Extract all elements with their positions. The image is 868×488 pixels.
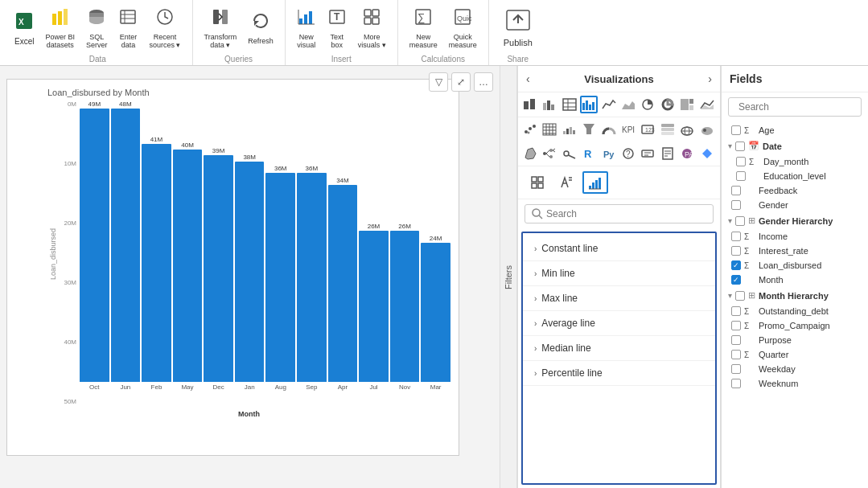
excel-button[interactable]: X Excel bbox=[10, 8, 39, 49]
viz-icon-area-chart[interactable] bbox=[619, 96, 637, 113]
field-checkbox[interactable] bbox=[731, 350, 741, 359]
percentile-line-option[interactable]: › Percentile line bbox=[523, 361, 715, 386]
recent-sources-button[interactable]: Recentsources ▾ bbox=[144, 4, 185, 52]
field-group-header[interactable]: ▾⊞Month Hierarchy bbox=[722, 287, 868, 304]
field-checkbox[interactable] bbox=[736, 157, 746, 166]
field-checkbox[interactable] bbox=[731, 306, 741, 316]
powerbi-datasets-button[interactable]: Power BIdatasets bbox=[40, 4, 80, 52]
field-group-header[interactable]: ▾📅Date bbox=[722, 137, 868, 154]
viz-icon-card[interactable]: 123 bbox=[639, 121, 656, 138]
field-checkbox[interactable] bbox=[731, 246, 741, 256]
field-checkbox[interactable] bbox=[731, 200, 741, 210]
average-line-option[interactable]: › Average line bbox=[523, 311, 715, 336]
bars-container[interactable]: 49MOct48MJun41MFeb40MMay39MDec38MJan36MA… bbox=[80, 100, 450, 405]
field-checkbox[interactable] bbox=[731, 232, 741, 241]
viz-icon-funnel[interactable] bbox=[580, 121, 598, 138]
median-line-option[interactable]: › Median line bbox=[523, 336, 715, 361]
viz-icon-line-chart[interactable] bbox=[600, 96, 618, 113]
viz-search-input[interactable] bbox=[546, 208, 706, 219]
transform-data-button[interactable]: Transformdata ▾ bbox=[200, 4, 242, 52]
viz-fields-button[interactable] bbox=[525, 171, 550, 194]
bar[interactable] bbox=[390, 231, 420, 382]
filter-chart-button[interactable]: ▽ bbox=[429, 72, 448, 92]
field-item[interactable]: ΣIncome bbox=[722, 229, 868, 244]
bar[interactable] bbox=[173, 150, 203, 382]
viz-back-arrow[interactable]: ‹ bbox=[526, 72, 530, 85]
bar[interactable] bbox=[297, 173, 327, 382]
fields-search-input[interactable] bbox=[738, 101, 859, 113]
field-item[interactable]: Feedback bbox=[722, 183, 868, 198]
viz-icon-qa[interactable]: ? bbox=[619, 145, 637, 162]
field-checkbox[interactable] bbox=[735, 291, 745, 301]
viz-icon-multirow-card[interactable] bbox=[659, 121, 677, 138]
viz-icon-power-automate[interactable] bbox=[698, 145, 716, 162]
bar-column[interactable]: 49MOct bbox=[80, 100, 109, 391]
new-measure-button[interactable]: ∑ Newmeasure bbox=[405, 4, 442, 52]
field-item[interactable]: ΣPromo_Campaign bbox=[722, 318, 868, 333]
bar-column[interactable]: 36MSep bbox=[297, 100, 327, 391]
viz-icon-waterfall[interactable] bbox=[561, 121, 578, 138]
viz-forward-arrow[interactable]: › bbox=[708, 72, 712, 85]
field-item[interactable]: ΣAge bbox=[722, 123, 868, 137]
bar[interactable] bbox=[80, 109, 109, 382]
field-item[interactable]: ✓Month bbox=[722, 273, 868, 287]
bar-column[interactable]: 34MApr bbox=[328, 100, 358, 391]
field-item[interactable]: ΣQuarter bbox=[722, 347, 868, 362]
more-visuals-button[interactable]: Morevisuals ▾ bbox=[353, 4, 391, 52]
enter-data-button[interactable]: Enterdata bbox=[113, 4, 142, 52]
bar[interactable] bbox=[111, 109, 141, 382]
viz-icon-filled-map[interactable] bbox=[698, 121, 716, 138]
viz-icon-kpi[interactable]: KPI bbox=[619, 121, 637, 138]
field-checkbox[interactable] bbox=[731, 125, 741, 135]
bar[interactable] bbox=[421, 243, 450, 382]
viz-icon-line-area[interactable] bbox=[698, 96, 716, 113]
new-visual-button[interactable]: Newvisual bbox=[292, 4, 321, 52]
bar-column[interactable]: 24MMar bbox=[421, 100, 450, 391]
viz-icon-smart-narrative[interactable] bbox=[639, 145, 656, 162]
field-item[interactable]: Gender bbox=[722, 198, 868, 212]
bar-column[interactable]: 26MJul bbox=[359, 100, 389, 391]
field-checkbox[interactable] bbox=[731, 335, 741, 345]
viz-icon-shape-map[interactable] bbox=[521, 145, 539, 162]
viz-icon-key-influencers[interactable] bbox=[561, 145, 578, 162]
field-item[interactable]: ΣOutstanding_debt bbox=[722, 304, 868, 318]
viz-icon-paginated-report[interactable] bbox=[659, 145, 677, 162]
field-item[interactable]: Weekday bbox=[722, 362, 868, 376]
field-item[interactable]: Purpose bbox=[722, 333, 868, 347]
viz-icon-scatter[interactable] bbox=[521, 121, 539, 138]
bar[interactable] bbox=[359, 231, 389, 382]
min-line-option[interactable]: › Min line bbox=[523, 261, 715, 286]
field-checkbox[interactable] bbox=[735, 141, 745, 151]
field-checkbox[interactable] bbox=[731, 321, 741, 330]
field-checkbox[interactable] bbox=[735, 216, 745, 226]
viz-icon-decomp-tree[interactable] bbox=[541, 145, 558, 162]
bar-column[interactable]: 26MNov bbox=[390, 100, 420, 391]
viz-icon-python-visual[interactable]: Py bbox=[600, 145, 618, 162]
max-line-option[interactable]: › Max line bbox=[523, 286, 715, 311]
more-options-button[interactable]: … bbox=[474, 72, 493, 92]
fields-search-box[interactable] bbox=[728, 97, 862, 117]
publish-button[interactable]: Publish bbox=[496, 6, 541, 51]
field-group-header[interactable]: ▾⊞Gender Hierarchy bbox=[722, 212, 868, 229]
viz-icon-donut[interactable] bbox=[659, 96, 677, 113]
filters-panel[interactable]: Filters bbox=[500, 66, 517, 488]
viz-icon-pie-chart[interactable] bbox=[639, 96, 656, 113]
field-item[interactable]: Weeknum bbox=[722, 376, 868, 391]
field-checkbox[interactable] bbox=[736, 171, 746, 181]
constant-line-option[interactable]: › Constant line bbox=[523, 236, 715, 261]
viz-icon-map[interactable] bbox=[678, 121, 696, 138]
field-checkbox[interactable] bbox=[731, 364, 741, 374]
viz-icon-column-chart[interactable] bbox=[580, 96, 598, 113]
bar[interactable] bbox=[328, 185, 358, 382]
viz-search-box[interactable] bbox=[525, 204, 714, 223]
quick-measure-button[interactable]: Quick Quickmeasure bbox=[444, 4, 482, 52]
bar-column[interactable]: 36MAug bbox=[265, 100, 295, 391]
text-box-button[interactable]: T Textbox bbox=[323, 4, 352, 52]
field-checkbox[interactable]: ✓ bbox=[731, 260, 741, 270]
bar-column[interactable]: 40MMay bbox=[173, 100, 203, 391]
viz-icon-gauge[interactable] bbox=[600, 121, 618, 138]
viz-icon-power-apps[interactable]: PA bbox=[678, 145, 696, 162]
viz-icon-table[interactable] bbox=[561, 96, 578, 113]
viz-format-button[interactable] bbox=[553, 171, 579, 194]
viz-icon-matrix[interactable] bbox=[541, 121, 558, 138]
